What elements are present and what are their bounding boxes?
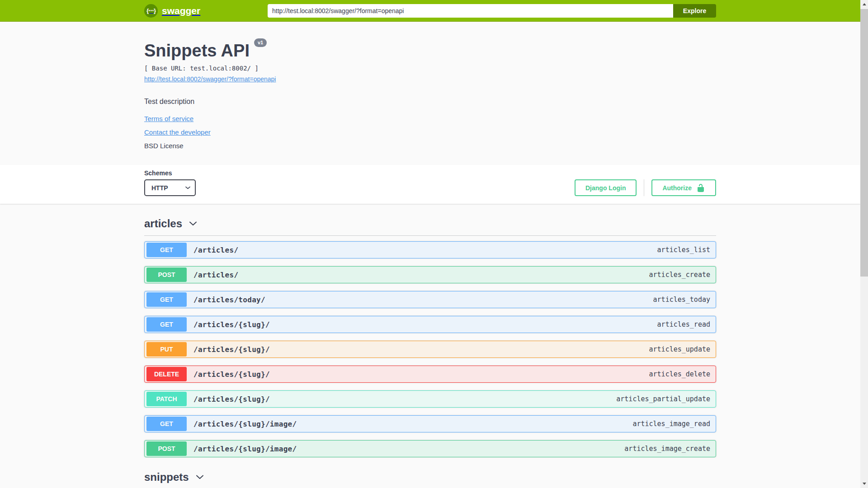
endpoint-path: /articles/{slug}/ [193,345,270,354]
unlocked-padlock-icon [696,183,705,192]
method-badge: GET [146,292,187,307]
endpoint-path: /articles/{slug}/ [193,395,270,404]
section-title: snippets [144,471,189,483]
operations-list: GET /articles/ articles_list POST /artic… [144,236,716,457]
operations-root: articles GET /articles/ articles_list PO… [144,217,716,488]
section-title: articles [144,217,182,230]
authorize-button[interactable]: Authorize [651,179,716,196]
spec-link[interactable]: http://test.local:8002/swagger/?format=o… [144,75,276,83]
authorize-label: Authorize [662,184,692,192]
up-arrow-icon [863,3,866,5]
endpoint-path: /articles/{slug}/ [193,320,270,329]
opblock-row[interactable]: POST /articles/ articles_create [144,266,716,283]
vertical-scrollbar[interactable] [860,0,868,488]
opblock-row[interactable]: GET /articles/{slug}/image/ articles_ima… [144,415,716,432]
terms-of-service-link[interactable]: Terms of service [144,115,193,122]
spec-url-input[interactable] [268,4,673,18]
explore-button[interactable]: Explore [673,4,716,18]
scheme-container: Schemes HTTP Django Login Authorize [0,165,860,204]
endpoint-path: /articles/{slug}/ [193,370,270,379]
section-expand-chevron-icon[interactable] [189,219,198,228]
auth-wrapper: Django Login Authorize [575,179,716,196]
django-login-button[interactable]: Django Login [575,179,637,196]
api-title-text: Snippets API [144,41,250,60]
tag-header[interactable]: snippets [144,471,716,488]
api-description: Test description [144,98,716,106]
api-info-section: Snippets APIv1 [ Base URL: test.local:80… [0,22,860,165]
method-badge: PATCH [146,392,187,406]
opblock-row[interactable]: PUT /articles/{slug}/ articles_update [144,341,716,358]
auth-divider [644,179,644,196]
operation-id: articles_list [657,246,710,254]
scrollbar-thumb[interactable] [860,9,868,277]
opblock-row[interactable]: POST /articles/{slug}/image/ articles_im… [144,440,716,457]
method-badge: POST [146,267,187,282]
spec-url-form: Explore [268,4,716,18]
operation-id: articles_delete [649,370,710,378]
method-badge: GET [146,417,187,431]
opblock-row[interactable]: PATCH /articles/{slug}/ articles_partial… [144,390,716,408]
opblock-row[interactable]: GET /articles/{slug}/ articles_read [144,316,716,333]
schemes-block: Schemes HTTP [144,169,196,196]
scrollbar-up-arrow[interactable] [860,0,868,8]
tag-header[interactable]: articles [144,217,716,236]
method-badge: GET [146,243,187,257]
endpoint-path: /articles/ [193,246,238,254]
operation-id: articles_today [653,296,710,304]
scrollbar-down-arrow[interactable] [860,480,868,488]
method-badge: PUT [146,342,187,357]
tag-section-snippets: snippets GET /snippets/ snippets_list [144,471,716,488]
endpoint-path: /articles/ [193,271,238,279]
endpoint-path: /articles/{slug}/image/ [193,445,297,453]
operation-id: articles_read [657,320,710,328]
section-expand-chevron-icon[interactable] [195,473,204,482]
swagger-ui-page: {⋯} swagger Explore Snippets APIv1 [ Bas… [0,0,860,488]
operation-id: articles_update [649,345,710,353]
method-badge: DELETE [146,367,187,381]
scheme-select[interactable]: HTTP [144,179,196,196]
tag-section-articles: articles GET /articles/ articles_list PO… [144,217,716,457]
page-title: Snippets APIv1 [144,42,716,59]
down-arrow-icon [863,483,866,485]
swagger-logo-text: swagger [162,5,200,16]
base-url: [ Base URL: test.local:8002/ ] [144,65,716,72]
opblock-row[interactable]: GET /articles/today/ articles_today [144,291,716,308]
endpoint-path: /articles/{slug}/image/ [193,420,297,428]
license-text: BSD License [144,142,716,150]
contact-developer-link[interactable]: Contact the developer [144,128,211,136]
swagger-logo-icon: {⋯} [144,4,158,18]
opblock-row[interactable]: GET /articles/ articles_list [144,241,716,258]
operation-id: articles_image_create [624,445,710,453]
swagger-logo[interactable]: {⋯} swagger [144,4,200,18]
endpoint-path: /articles/today/ [193,296,265,304]
method-badge: GET [146,317,187,332]
operation-id: articles_partial_update [616,395,710,403]
version-badge: v1 [254,38,267,47]
method-badge: POST [146,441,187,456]
opblock-row[interactable]: DELETE /articles/{slug}/ articles_delete [144,366,716,383]
operation-id: articles_create [649,271,710,279]
operation-id: articles_image_read [632,420,710,428]
schemes-label: Schemes [144,169,196,177]
django-login-label: Django Login [585,184,626,192]
topbar: {⋯} swagger Explore [0,0,860,22]
